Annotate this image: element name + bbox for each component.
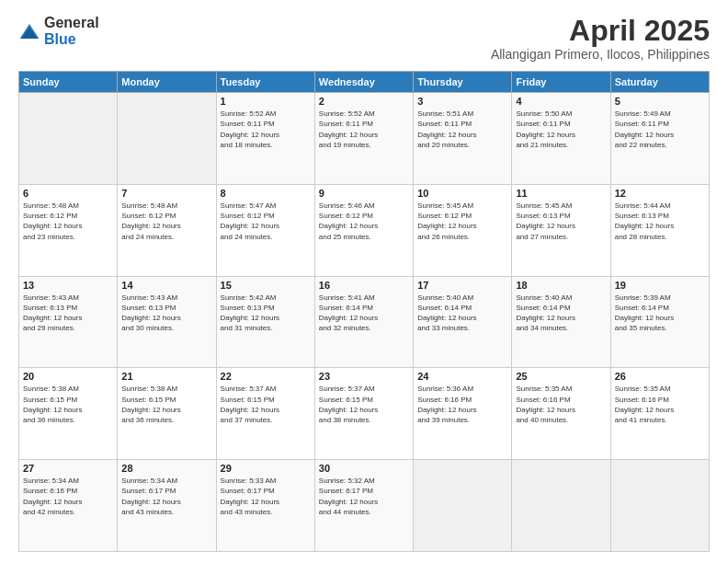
calendar-cell: 7Sunrise: 5:48 AM Sunset: 6:12 PM Daylig… xyxy=(118,184,216,276)
page: General Blue April 2025 Allangigan Prime… xyxy=(0,0,728,563)
calendar-header: SundayMondayTuesdayWednesdayThursdayFrid… xyxy=(19,72,710,93)
day-info: Sunrise: 5:46 AM Sunset: 6:12 PM Dayligh… xyxy=(319,201,378,241)
week-row-3: 13Sunrise: 5:43 AM Sunset: 6:13 PM Dayli… xyxy=(19,276,710,368)
day-number: 4 xyxy=(516,96,606,107)
day-number: 23 xyxy=(319,371,409,382)
calendar-cell xyxy=(512,460,610,552)
calendar-cell: 11Sunrise: 5:45 AM Sunset: 6:13 PM Dayli… xyxy=(512,184,610,276)
calendar-cell: 14Sunrise: 5:43 AM Sunset: 6:13 PM Dayli… xyxy=(118,276,216,368)
day-number: 9 xyxy=(319,188,409,199)
calendar-cell: 24Sunrise: 5:36 AM Sunset: 6:16 PM Dayli… xyxy=(414,368,512,460)
day-info: Sunrise: 5:33 AM Sunset: 6:17 PM Dayligh… xyxy=(221,477,279,516)
day-info: Sunrise: 5:48 AM Sunset: 6:12 PM Dayligh… xyxy=(23,201,82,241)
day-info: Sunrise: 5:49 AM Sunset: 6:11 PM Dayligh… xyxy=(615,109,674,149)
calendar-cell: 8Sunrise: 5:47 AM Sunset: 6:12 PM Daylig… xyxy=(216,184,314,276)
calendar-cell: 21Sunrise: 5:38 AM Sunset: 6:15 PM Dayli… xyxy=(118,368,216,460)
weekday-header-tuesday: Tuesday xyxy=(216,72,314,93)
calendar-cell: 23Sunrise: 5:37 AM Sunset: 6:15 PM Dayli… xyxy=(314,368,413,460)
day-info: Sunrise: 5:35 AM Sunset: 6:16 PM Dayligh… xyxy=(615,385,674,424)
day-number: 8 xyxy=(221,188,311,199)
calendar-cell xyxy=(19,93,118,185)
day-number: 16 xyxy=(319,280,409,291)
calendar-cell: 6Sunrise: 5:48 AM Sunset: 6:12 PM Daylig… xyxy=(19,184,118,276)
day-info: Sunrise: 5:45 AM Sunset: 6:13 PM Dayligh… xyxy=(516,201,574,241)
calendar-cell: 1Sunrise: 5:52 AM Sunset: 6:11 PM Daylig… xyxy=(216,93,314,185)
logo-general: General xyxy=(44,15,99,30)
calendar-cell xyxy=(610,460,709,552)
day-info: Sunrise: 5:48 AM Sunset: 6:12 PM Dayligh… xyxy=(121,201,180,241)
calendar-cell: 18Sunrise: 5:40 AM Sunset: 6:14 PM Dayli… xyxy=(512,276,610,368)
day-info: Sunrise: 5:40 AM Sunset: 6:14 PM Dayligh… xyxy=(516,293,574,333)
weekday-header-saturday: Saturday xyxy=(610,72,709,93)
title-block: April 2025 Allangigan Primero, Ilocos, P… xyxy=(491,15,710,62)
calendar-cell: 12Sunrise: 5:44 AM Sunset: 6:13 PM Dayli… xyxy=(610,184,709,276)
day-number: 20 xyxy=(23,371,113,382)
weekday-header-wednesday: Wednesday xyxy=(314,72,413,93)
calendar-cell: 5Sunrise: 5:49 AM Sunset: 6:11 PM Daylig… xyxy=(610,93,709,185)
day-info: Sunrise: 5:45 AM Sunset: 6:12 PM Dayligh… xyxy=(417,201,476,241)
day-number: 14 xyxy=(121,280,211,291)
day-info: Sunrise: 5:52 AM Sunset: 6:11 PM Dayligh… xyxy=(319,109,378,149)
day-info: Sunrise: 5:37 AM Sunset: 6:15 PM Dayligh… xyxy=(221,385,279,424)
day-number: 3 xyxy=(417,96,507,107)
day-info: Sunrise: 5:47 AM Sunset: 6:12 PM Dayligh… xyxy=(221,201,279,241)
calendar-cell: 26Sunrise: 5:35 AM Sunset: 6:16 PM Dayli… xyxy=(610,368,709,460)
day-number: 25 xyxy=(516,371,606,382)
day-info: Sunrise: 5:44 AM Sunset: 6:13 PM Dayligh… xyxy=(615,201,674,241)
calendar-body: 1Sunrise: 5:52 AM Sunset: 6:11 PM Daylig… xyxy=(19,93,710,552)
day-number: 24 xyxy=(417,371,507,382)
location-title: Allangigan Primero, Ilocos, Philippines xyxy=(491,47,710,62)
day-number: 2 xyxy=(319,96,409,107)
day-info: Sunrise: 5:40 AM Sunset: 6:14 PM Dayligh… xyxy=(417,293,476,333)
day-info: Sunrise: 5:50 AM Sunset: 6:11 PM Dayligh… xyxy=(516,109,574,149)
day-number: 21 xyxy=(121,371,211,382)
day-info: Sunrise: 5:36 AM Sunset: 6:16 PM Dayligh… xyxy=(417,385,476,424)
logo-text: General Blue xyxy=(44,15,99,48)
day-info: Sunrise: 5:35 AM Sunset: 6:16 PM Dayligh… xyxy=(516,385,574,424)
calendar-cell: 30Sunrise: 5:32 AM Sunset: 6:17 PM Dayli… xyxy=(314,460,413,552)
day-info: Sunrise: 5:37 AM Sunset: 6:15 PM Dayligh… xyxy=(319,385,378,424)
weekday-row: SundayMondayTuesdayWednesdayThursdayFrid… xyxy=(19,72,710,93)
day-number: 6 xyxy=(23,188,113,199)
weekday-header-thursday: Thursday xyxy=(414,72,512,93)
day-number: 26 xyxy=(615,371,705,382)
calendar-cell: 28Sunrise: 5:34 AM Sunset: 6:17 PM Dayli… xyxy=(118,460,216,552)
logo-blue: Blue xyxy=(44,31,76,47)
day-number: 19 xyxy=(615,280,705,291)
weekday-header-friday: Friday xyxy=(512,72,610,93)
calendar-cell: 9Sunrise: 5:46 AM Sunset: 6:12 PM Daylig… xyxy=(314,184,413,276)
calendar-cell: 29Sunrise: 5:33 AM Sunset: 6:17 PM Dayli… xyxy=(216,460,314,552)
weekday-header-monday: Monday xyxy=(118,72,216,93)
day-number: 13 xyxy=(23,280,113,291)
header: General Blue April 2025 Allangigan Prime… xyxy=(18,15,710,62)
day-number: 28 xyxy=(121,463,211,474)
day-info: Sunrise: 5:32 AM Sunset: 6:17 PM Dayligh… xyxy=(319,477,378,516)
week-row-5: 27Sunrise: 5:34 AM Sunset: 6:16 PM Dayli… xyxy=(19,460,710,552)
day-info: Sunrise: 5:38 AM Sunset: 6:15 PM Dayligh… xyxy=(121,385,180,424)
day-info: Sunrise: 5:42 AM Sunset: 6:13 PM Dayligh… xyxy=(221,293,279,333)
calendar-cell: 16Sunrise: 5:41 AM Sunset: 6:14 PM Dayli… xyxy=(314,276,413,368)
day-number: 17 xyxy=(417,280,507,291)
day-info: Sunrise: 5:34 AM Sunset: 6:17 PM Dayligh… xyxy=(121,477,180,516)
day-number: 5 xyxy=(615,96,705,107)
calendar-cell: 10Sunrise: 5:45 AM Sunset: 6:12 PM Dayli… xyxy=(414,184,512,276)
day-number: 10 xyxy=(417,188,507,199)
week-row-1: 1Sunrise: 5:52 AM Sunset: 6:11 PM Daylig… xyxy=(19,93,710,185)
day-number: 30 xyxy=(319,463,409,474)
calendar-cell: 25Sunrise: 5:35 AM Sunset: 6:16 PM Dayli… xyxy=(512,368,610,460)
day-number: 11 xyxy=(516,188,606,199)
day-number: 27 xyxy=(23,463,113,474)
day-number: 18 xyxy=(516,280,606,291)
calendar-table: SundayMondayTuesdayWednesdayThursdayFrid… xyxy=(18,71,710,552)
calendar-cell: 19Sunrise: 5:39 AM Sunset: 6:14 PM Dayli… xyxy=(610,276,709,368)
day-number: 7 xyxy=(121,188,211,199)
calendar-cell: 3Sunrise: 5:51 AM Sunset: 6:11 PM Daylig… xyxy=(414,93,512,185)
calendar-cell: 13Sunrise: 5:43 AM Sunset: 6:13 PM Dayli… xyxy=(19,276,118,368)
logo: General Blue xyxy=(18,15,99,48)
day-info: Sunrise: 5:52 AM Sunset: 6:11 PM Dayligh… xyxy=(221,109,279,149)
day-info: Sunrise: 5:38 AM Sunset: 6:15 PM Dayligh… xyxy=(23,385,82,424)
month-title: April 2025 xyxy=(491,15,710,47)
day-number: 15 xyxy=(221,280,311,291)
week-row-4: 20Sunrise: 5:38 AM Sunset: 6:15 PM Dayli… xyxy=(19,368,710,460)
day-info: Sunrise: 5:51 AM Sunset: 6:11 PM Dayligh… xyxy=(417,109,476,149)
